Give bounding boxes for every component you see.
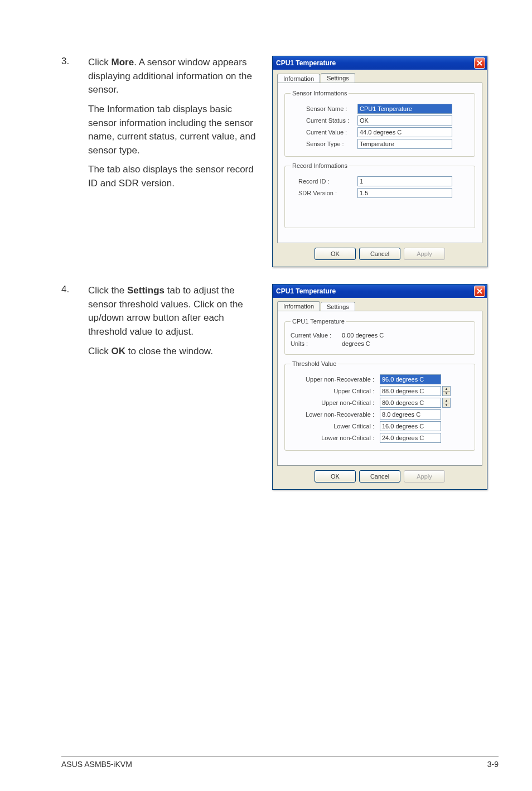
tabs: Information Settings: [277, 73, 482, 83]
fieldset-legend: Record Informations: [291, 162, 349, 169]
step-text: Click More. A sensor window appears disp…: [88, 56, 262, 196]
sensor-type-label: Sensor Type :: [291, 141, 357, 147]
ok-button[interactable]: OK: [315, 248, 356, 260]
lower-non-recoverable-label: Lower non-Recoverable :: [291, 411, 380, 418]
sdr-version-value[interactable]: 1.5: [357, 188, 452, 198]
chevron-down-icon[interactable]: ▼: [443, 403, 450, 408]
tab-settings[interactable]: Settings: [321, 73, 355, 83]
close-icon[interactable]: [474, 286, 485, 297]
step-number: 4.: [61, 284, 78, 295]
sensor-settings-dialog: CPU1 Temperature Information Settings CP…: [272, 284, 487, 490]
current-value-label: Current Value :: [291, 129, 357, 136]
titlebar[interactable]: CPU1 Temperature: [273, 56, 487, 70]
sensor-name-label: Sensor Name :: [291, 105, 357, 112]
current-value-text: 0.00 degrees C: [342, 332, 384, 339]
text: The Information tab displays basic senso…: [88, 103, 262, 158]
sensor-name-value[interactable]: CPU1 Temperature: [357, 104, 452, 114]
bold-text: Settings: [127, 285, 165, 296]
sensor-informations-group: Sensor Informations Sensor Name : CPU1 T…: [284, 90, 475, 157]
sdr-version-label: SDR Version :: [291, 190, 357, 196]
chevron-up-icon[interactable]: ▲: [443, 387, 450, 392]
sensor-information-dialog: CPU1 Temperature Information Settings Se…: [272, 56, 487, 267]
upper-non-recoverable-label: Upper non-Recoverable :: [291, 376, 380, 383]
current-status-label: Current Status :: [291, 117, 357, 124]
footer-right: 3-9: [487, 760, 499, 769]
record-id-value[interactable]: 1: [357, 176, 452, 186]
dialog-title: CPU1 Temperature: [276, 287, 336, 295]
units-text: degrees C: [342, 340, 370, 347]
lower-critical-label: Lower Critical :: [291, 423, 380, 430]
tab-information[interactable]: Information: [277, 301, 320, 311]
step-text: Click the Settings tab to adjust the sen…: [88, 284, 262, 364]
upper-non-recoverable-input[interactable]: 96.0 degrees C: [380, 374, 441, 384]
chevron-down-icon[interactable]: ▼: [443, 392, 450, 396]
current-value-value[interactable]: 44.0 degrees C: [357, 127, 452, 137]
lower-critical-input[interactable]: 16.0 degrees C: [380, 421, 441, 431]
text: to close the window.: [125, 346, 213, 356]
text: Click: [88, 57, 112, 67]
close-icon[interactable]: [474, 57, 485, 69]
upper-non-critical-label: Upper non-Critical :: [291, 399, 380, 406]
cpu1-temperature-group: CPU1 Temperature Current Value : 0.00 de…: [284, 318, 475, 355]
threshold-value-group: Threshold Value Upper non-Recoverable : …: [284, 360, 475, 451]
apply-button[interactable]: Apply: [404, 248, 445, 260]
record-id-label: Record ID :: [291, 178, 357, 185]
text: Click: [88, 346, 112, 356]
fieldset-legend: Sensor Informations: [291, 90, 349, 97]
text: The tab also displays the sensor record …: [88, 163, 262, 190]
spinner[interactable]: ▲▼: [442, 398, 451, 408]
upper-non-critical-input[interactable]: 80.0 degrees C: [380, 398, 441, 408]
lower-non-recoverable-input[interactable]: 8.0 degrees C: [380, 409, 441, 419]
bold-text: More: [112, 57, 134, 67]
cancel-button[interactable]: Cancel: [359, 248, 400, 260]
sensor-type-value[interactable]: Temperature: [357, 139, 452, 149]
ok-button[interactable]: OK: [315, 470, 356, 483]
lower-non-critical-label: Lower non-Critical :: [291, 435, 380, 441]
cancel-button[interactable]: Cancel: [359, 470, 400, 483]
tabs: Information Settings: [277, 301, 482, 311]
current-status-value[interactable]: OK: [357, 115, 452, 126]
text: Click the: [88, 285, 127, 296]
upper-critical-input[interactable]: 88.0 degrees C: [380, 386, 441, 396]
apply-button[interactable]: Apply: [404, 470, 445, 483]
lower-non-critical-input[interactable]: 24.0 degrees C: [380, 433, 441, 443]
fieldset-legend: CPU1 Temperature: [291, 318, 346, 325]
upper-critical-label: Upper Critical :: [291, 388, 380, 394]
units-label: Units :: [291, 340, 342, 347]
step-number: 3.: [61, 56, 78, 67]
dialog-title: CPU1 Temperature: [276, 59, 336, 67]
current-value-label: Current Value :: [291, 332, 342, 339]
spinner[interactable]: ▲▼: [442, 386, 451, 396]
footer-left: ASUS ASMB5-iKVM: [61, 760, 132, 769]
fieldset-legend: Threshold Value: [291, 360, 338, 367]
titlebar[interactable]: CPU1 Temperature: [273, 284, 487, 298]
chevron-up-icon[interactable]: ▲: [443, 398, 450, 403]
record-informations-group: Record Informations Record ID : 1 SDR Ve…: [284, 162, 475, 228]
bold-text: OK: [112, 346, 126, 356]
